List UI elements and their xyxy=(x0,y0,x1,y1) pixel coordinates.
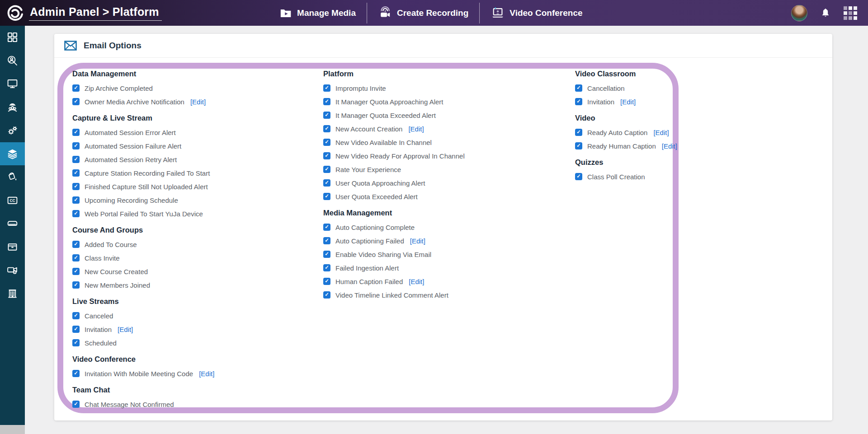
yuja-logo-icon[interactable] xyxy=(6,5,24,22)
options-section: Quizzes✓Class Poll Creation xyxy=(575,158,738,183)
notifications-bell-icon[interactable] xyxy=(819,7,832,19)
checkbox[interactable]: ✓ xyxy=(72,84,80,92)
checkbox[interactable]: ✓ xyxy=(575,84,582,92)
option-row: ✓Ready Auto Caption[Edit] xyxy=(575,126,738,139)
edit-link[interactable]: [Edit] xyxy=(662,142,677,150)
option-row: ✓Automated Session Retry Alert xyxy=(72,153,319,166)
section-title: Media Management xyxy=(323,209,570,217)
checkbox[interactable]: ✓ xyxy=(72,339,80,346)
option-row: ✓Capture Station Recording Failed To Sta… xyxy=(72,166,319,180)
option-label: Class Invite xyxy=(85,254,120,262)
sidebar-item-user-search[interactable] xyxy=(0,49,25,73)
checkbox[interactable]: ✓ xyxy=(72,196,80,204)
checkbox[interactable]: ✓ xyxy=(72,312,80,319)
checkbox[interactable]: ✓ xyxy=(72,98,80,105)
checkbox[interactable]: ✓ xyxy=(72,183,80,190)
options-column-3: Video Classroom✓Cancellation✓Invitation[… xyxy=(575,70,738,183)
envelope-icon xyxy=(64,40,77,51)
checkbox[interactable]: ✓ xyxy=(72,129,80,136)
checkbox[interactable]: ✓ xyxy=(323,98,330,105)
option-label: Automated Session Retry Alert xyxy=(85,156,177,163)
checkbox[interactable]: ✓ xyxy=(72,268,80,275)
checkbox[interactable]: ✓ xyxy=(72,326,80,333)
brand: Admin Panel > Platform xyxy=(0,5,162,22)
edit-link[interactable]: [Edit] xyxy=(410,237,425,245)
checkbox[interactable]: ✓ xyxy=(323,193,330,200)
option-row: ✓Automated Session Error Alert xyxy=(72,126,319,139)
option-row: ✓It Manager Quota Approaching Alert xyxy=(323,95,570,108)
checkbox[interactable]: ✓ xyxy=(323,278,330,285)
option-row: ✓Owner Media Archive Notification[Edit] xyxy=(72,95,319,108)
laptop-person-icon xyxy=(491,6,505,20)
edit-link[interactable]: [Edit] xyxy=(190,98,206,106)
checkbox[interactable]: ✓ xyxy=(72,169,80,177)
edit-link[interactable]: [Edit] xyxy=(620,98,636,106)
sidebar-item-recording-settings[interactable] xyxy=(0,258,25,282)
checkbox[interactable]: ✓ xyxy=(323,291,330,299)
sidebar-item-institution[interactable] xyxy=(0,282,25,305)
option-row: ✓Automated Session Failure Alert xyxy=(72,139,319,153)
option-label: New Video Ready For Approval In Channel xyxy=(335,152,465,160)
checkbox[interactable]: ✓ xyxy=(72,401,80,408)
edit-link[interactable]: [Edit] xyxy=(118,326,133,333)
checkbox[interactable]: ✓ xyxy=(323,179,330,187)
options-section: Capture & Live Stream✓Automated Session … xyxy=(72,114,319,220)
option-label: New Members Joined xyxy=(85,281,150,289)
checkbox[interactable]: ✓ xyxy=(72,142,80,149)
option-label: Automated Session Failure Alert xyxy=(85,142,181,150)
checkbox[interactable]: ✓ xyxy=(72,281,80,289)
checkbox[interactable]: ✓ xyxy=(323,166,330,173)
sidebar-item-branding[interactable] xyxy=(0,165,25,189)
checkbox[interactable]: ✓ xyxy=(72,156,80,163)
sidebar-item-settings[interactable] xyxy=(0,119,25,142)
checkbox[interactable]: ✓ xyxy=(323,264,330,271)
checkbox[interactable]: ✓ xyxy=(575,142,582,149)
checkbox[interactable]: ✓ xyxy=(323,152,330,159)
sidebar-item-conference[interactable] xyxy=(0,96,25,119)
edit-link[interactable]: [Edit] xyxy=(409,278,424,285)
sidebar-item-dashboard[interactable] xyxy=(0,26,25,49)
video-conference-button[interactable]: Video Conference xyxy=(480,0,593,26)
option-label: Web Portal Failed To Start YuJa Device xyxy=(85,210,203,218)
option-row: ✓Invitation[Edit] xyxy=(72,322,319,336)
edit-link[interactable]: [Edit] xyxy=(653,129,669,136)
option-row: ✓User Quota Exceeded Alert xyxy=(323,190,570,203)
manage-media-button[interactable]: Manage Media xyxy=(268,0,367,26)
sidebar-item-storage[interactable] xyxy=(0,212,25,235)
checkbox[interactable]: ✓ xyxy=(323,224,330,231)
app-grid-icon[interactable] xyxy=(844,6,857,20)
checkbox[interactable]: ✓ xyxy=(323,84,330,92)
checkbox[interactable]: ✓ xyxy=(575,129,582,136)
checkbox[interactable]: ✓ xyxy=(323,251,330,258)
checkbox[interactable]: ✓ xyxy=(575,173,582,180)
create-recording-button[interactable]: Create Recording xyxy=(367,0,479,26)
option-row: ✓Human Caption Failed[Edit] xyxy=(323,275,570,288)
user-avatar[interactable] xyxy=(791,5,807,21)
checkbox[interactable]: ✓ xyxy=(72,254,80,261)
checkbox[interactable]: ✓ xyxy=(323,139,330,146)
checkbox[interactable]: ✓ xyxy=(575,98,582,105)
edit-link[interactable]: [Edit] xyxy=(199,370,214,378)
option-label: It Manager Quota Approaching Alert xyxy=(335,98,443,106)
hard-drive-icon xyxy=(6,217,19,229)
sidebar-item-captions[interactable]: CC xyxy=(0,189,25,212)
option-label: New Course Created xyxy=(85,268,148,275)
topbar-actions: Manage Media Create Recording xyxy=(268,0,593,26)
camera-wifi-icon xyxy=(378,6,392,20)
edit-link[interactable]: [Edit] xyxy=(408,125,424,133)
checkbox[interactable]: ✓ xyxy=(72,370,80,377)
option-label: New Video Available In Channel xyxy=(335,139,432,146)
options-section: Video✓Ready Auto Caption[Edit]✓Ready Hum… xyxy=(575,114,738,153)
checkbox[interactable]: ✓ xyxy=(323,237,330,244)
options-column-2: Platform✓Impromptu Invite✓It Manager Quo… xyxy=(323,70,570,302)
option-label: Ready Human Caption xyxy=(587,142,656,150)
sidebar-item-archive[interactable] xyxy=(0,235,25,259)
sidebar-item-media-hub[interactable] xyxy=(0,142,25,166)
checkbox[interactable]: ✓ xyxy=(72,210,80,217)
option-row: ✓Invitation With Mobile Meeting Code[Edi… xyxy=(72,367,319,380)
checkbox[interactable]: ✓ xyxy=(323,112,330,119)
sidebar-item-devices[interactable] xyxy=(0,72,25,96)
checkbox[interactable]: ✓ xyxy=(323,125,330,132)
checkbox[interactable]: ✓ xyxy=(72,241,80,248)
option-label: Added To Course xyxy=(85,241,137,248)
